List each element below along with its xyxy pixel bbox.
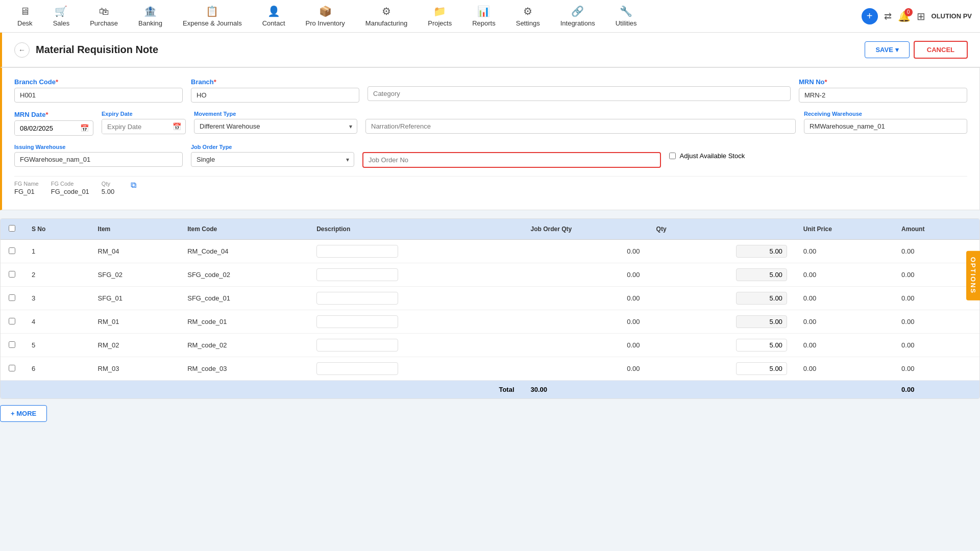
job-order-type-group: Job Order Type Single ▾ (191, 144, 354, 167)
row-sno: 6 (23, 357, 90, 381)
receiving-warehouse-input[interactable] (804, 119, 967, 134)
th-amount: Amount (893, 219, 979, 240)
movement-type-select[interactable]: Different Warehouse (194, 119, 357, 134)
row-qty-input[interactable] (736, 315, 787, 328)
category-input[interactable] (368, 86, 791, 101)
row-item-code: RM_code_03 (179, 357, 308, 381)
nav-utilities[interactable]: 🔧 Utilities (606, 1, 646, 31)
row-item-code: RM_code_02 (179, 334, 308, 357)
row-description (308, 263, 522, 287)
row-unit-price: 0.00 (795, 263, 893, 287)
issuing-warehouse-input[interactable] (14, 152, 183, 167)
row-item: SFG_02 (90, 263, 180, 287)
row-qty (648, 334, 795, 357)
table-row: 5 RM_02 RM_code_02 0.00 0.00 0.00 (1, 334, 979, 357)
nav-pro-inventory[interactable]: 📦 Pro Inventory (297, 1, 354, 31)
page-header: ← Material Requisition Note SAVE ▾ CANCE… (0, 33, 980, 67)
mrn-date-picker-button[interactable]: 📅 (76, 121, 93, 135)
nav-contact-label: Contact (262, 19, 285, 27)
row-checkbox[interactable] (9, 318, 15, 324)
movement-type-label: Movement Type (194, 111, 357, 117)
nav-settings-label: Settings (516, 19, 540, 27)
row-qty (648, 263, 795, 287)
row-item: RM_01 (90, 310, 180, 334)
nav-sales[interactable]: 🛒 Sales (44, 1, 79, 31)
adjust-available-stock-checkbox[interactable] (669, 153, 676, 159)
row-unit-price: 0.00 (795, 334, 893, 357)
more-button[interactable]: + MORE (0, 405, 47, 422)
nav-integrations[interactable]: 🔗 Integrations (551, 1, 604, 31)
select-all-checkbox[interactable] (9, 225, 15, 232)
row-item-code: RM_Code_04 (179, 240, 308, 263)
row-job-order-qty: 0.00 (523, 310, 648, 334)
branch-input[interactable] (191, 88, 359, 103)
row-description-input[interactable] (316, 362, 398, 375)
nav-contact[interactable]: 👤 Contact (253, 1, 295, 31)
row-qty-input[interactable] (736, 292, 787, 305)
nav-projects[interactable]: 📁 Projects (419, 1, 461, 31)
row-qty-input[interactable] (736, 268, 787, 281)
options-tab[interactable]: OPTIONS (966, 251, 980, 300)
job-order-no-input[interactable] (362, 152, 661, 168)
fg-code-label: FG Code (51, 181, 89, 187)
row-qty-input[interactable] (736, 339, 787, 352)
total-row: Total 30.00 0.00 (1, 381, 979, 399)
nav-purchase[interactable]: 🛍 Purchase (81, 2, 127, 31)
row-qty-input[interactable] (736, 362, 787, 375)
row-unit-price: 0.00 (795, 287, 893, 310)
back-button[interactable]: ← (14, 42, 30, 58)
row-qty-input[interactable] (736, 245, 787, 258)
row-checkbox[interactable] (9, 365, 15, 371)
row-description-input[interactable] (316, 339, 398, 352)
settings-icon: ⚙ (523, 5, 532, 17)
save-button[interactable]: SAVE ▾ (865, 41, 909, 58)
notification-button[interactable]: 🔔 0 (898, 10, 911, 22)
row-checkbox[interactable] (9, 341, 15, 348)
row-amount: 0.00 (893, 334, 979, 357)
mrn-no-input[interactable] (799, 88, 967, 103)
nav-desk[interactable]: 🖥 Desk (8, 2, 42, 31)
receiving-warehouse-label: Receiving Warehouse (804, 111, 967, 117)
row-description-input[interactable] (316, 245, 398, 258)
nav-banking[interactable]: 🏦 Banking (129, 1, 172, 31)
fg-row: FG Name FG_01 FG Code FG_code_01 Qty 5.0… (14, 176, 967, 199)
expiry-date-input[interactable] (102, 120, 168, 134)
nav-sales-label: Sales (53, 19, 70, 27)
table-row: 4 RM_01 RM_code_01 0.00 0.00 0.00 (1, 310, 979, 334)
row-checkbox-cell (1, 240, 23, 263)
row-description-input[interactable] (316, 268, 398, 281)
inventory-icon: 📦 (319, 5, 332, 17)
row-amount: 0.00 (893, 357, 979, 381)
row-checkbox-cell (1, 357, 23, 381)
narration-input[interactable] (365, 119, 796, 134)
job-order-type-select[interactable]: Single (191, 152, 354, 167)
row-description-input[interactable] (316, 292, 398, 305)
nav-settings[interactable]: ⚙ Settings (507, 1, 549, 31)
branch-code-input[interactable] (14, 88, 183, 103)
total-empty (1, 381, 308, 399)
page-title: Material Requisition Note (36, 44, 158, 56)
row-checkbox[interactable] (9, 271, 15, 278)
row-qty (648, 310, 795, 334)
qty-value: 5.00 (102, 188, 114, 195)
row-checkbox[interactable] (9, 294, 15, 301)
row-description (308, 334, 522, 357)
add-button[interactable]: + (862, 8, 878, 24)
nav-reports[interactable]: 📊 Reports (463, 1, 505, 31)
row-item: SFG_01 (90, 287, 180, 310)
row-checkbox-cell (1, 263, 23, 287)
nav-manufacturing[interactable]: ⚙ Manufacturing (356, 1, 416, 31)
grid-button[interactable]: ⊞ (917, 10, 925, 22)
mrn-date-input[interactable] (15, 121, 76, 135)
external-link-button[interactable]: ⧉ (131, 181, 136, 190)
row-checkbox[interactable] (9, 247, 15, 254)
qty-group: Qty 5.00 (102, 181, 114, 195)
row-checkbox-cell (1, 310, 23, 334)
row-description-input[interactable] (316, 315, 398, 328)
expiry-date-picker-button[interactable]: 📅 (168, 119, 185, 134)
nav-expense-journals[interactable]: 📋 Expense & Journals (174, 1, 251, 31)
row-sno: 1 (23, 240, 90, 263)
mrn-date-group: MRN Date* 📅 (14, 111, 93, 136)
transfer-button[interactable]: ⇄ (884, 11, 892, 22)
cancel-button[interactable]: CANCEL (914, 41, 968, 59)
